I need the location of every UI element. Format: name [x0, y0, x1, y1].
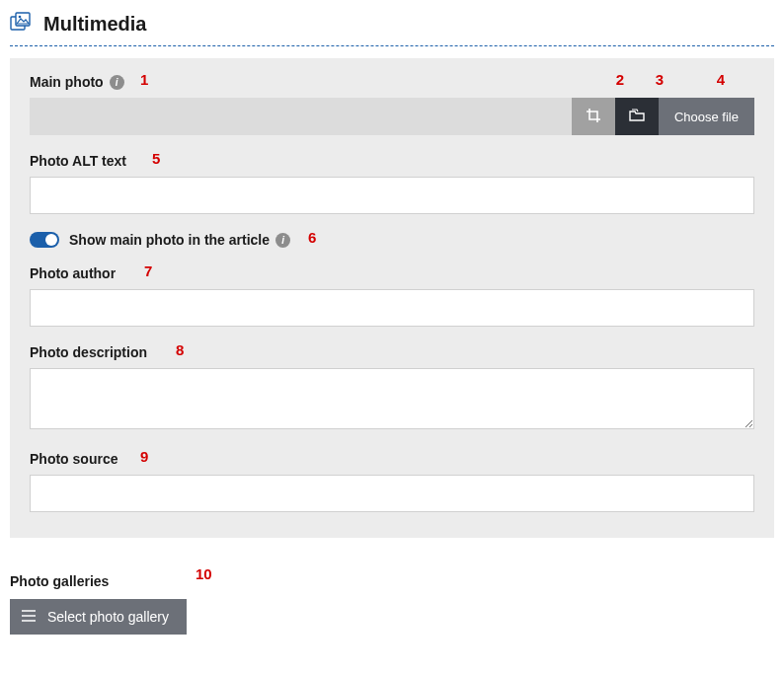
section-header: Multimedia — [10, 8, 774, 45]
annotation-6: 6 — [308, 229, 316, 246]
galleries-section: Photo galleries Select photo gallery 10 — [10, 538, 774, 635]
annotation-9: 9 — [140, 448, 148, 465]
main-photo-input — [30, 98, 572, 135]
section-title: Multimedia — [43, 13, 146, 36]
annotation-4: 4 — [717, 71, 725, 88]
annotation-2: 2 — [616, 71, 624, 88]
alt-text-input[interactable] — [30, 177, 754, 214]
choose-file-button[interactable]: Choose file — [659, 98, 754, 135]
divider — [10, 45, 774, 46]
show-in-article-label: Show main photo in the article — [69, 232, 270, 248]
svg-point-2 — [19, 16, 22, 19]
source-label: Photo source — [30, 451, 118, 467]
author-label: Photo author — [30, 265, 116, 281]
annotation-7: 7 — [144, 262, 152, 279]
crop-icon — [586, 108, 601, 126]
alt-text-field: Photo ALT text 5 — [30, 153, 754, 214]
annotation-8: 8 — [176, 341, 184, 358]
source-field: Photo source 9 — [30, 451, 754, 512]
multimedia-panel: Main photo i 1 2 3 4 Ch — [10, 58, 774, 538]
select-gallery-button[interactable]: Select photo gallery — [10, 599, 187, 635]
author-field: Photo author 7 — [30, 265, 754, 327]
galleries-title: Photo galleries — [10, 573, 774, 589]
main-photo-field: Main photo i 1 2 3 4 Ch — [30, 74, 754, 135]
folder-icon — [629, 108, 645, 126]
list-icon — [22, 609, 47, 625]
annotation-1: 1 — [140, 71, 148, 88]
show-in-article-toggle[interactable] — [30, 232, 59, 248]
browse-folder-button[interactable] — [615, 98, 659, 135]
multimedia-icon — [10, 12, 32, 36]
show-in-article-field: Show main photo in the article i 6 — [30, 232, 754, 248]
description-input[interactable] — [30, 368, 754, 429]
select-gallery-label: Select photo gallery — [47, 609, 169, 625]
author-input[interactable] — [30, 289, 754, 327]
annotation-3: 3 — [656, 71, 664, 88]
info-icon[interactable]: i — [110, 75, 124, 90]
info-icon[interactable]: i — [275, 233, 290, 248]
alt-text-label: Photo ALT text — [30, 153, 126, 169]
description-label: Photo description — [30, 344, 147, 360]
annotation-5: 5 — [152, 150, 160, 167]
source-input[interactable] — [30, 475, 754, 512]
crop-button[interactable] — [572, 98, 615, 135]
description-field: Photo description 8 — [30, 344, 754, 433]
main-photo-label: Main photo — [30, 74, 104, 90]
